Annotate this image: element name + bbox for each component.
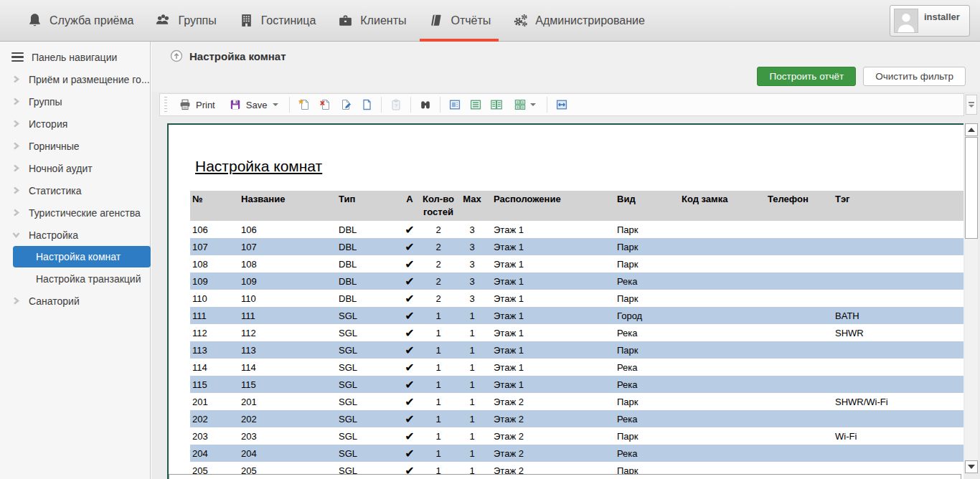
multi-page-view-icon [514, 98, 527, 111]
table-cell: 204 [190, 445, 239, 462]
nav-item-label: Клиенты [360, 14, 406, 27]
table-cell [675, 290, 761, 307]
active-check-cell: ✔ [400, 255, 420, 272]
sidebar-item-label: Статистика [29, 185, 82, 196]
report-title: Настройка комнат [195, 158, 963, 175]
vertical-scrollbar [965, 123, 978, 473]
table-cell: 2 [420, 290, 457, 307]
sidebar-item-reception[interactable]: Приём и размещение го... [0, 68, 150, 90]
sidebar-item-navigation-panel[interactable]: Панель навигации [0, 46, 150, 68]
active-check-cell: ✔ [400, 238, 420, 255]
triangle-down-icon [968, 465, 975, 469]
nav-item-front-desk[interactable]: Служба приёма [16, 0, 144, 41]
table-cell: SHWR/Wi-Fi [829, 393, 963, 410]
page-title: Настройка комнат [189, 50, 286, 62]
print-button[interactable]: Print [174, 96, 220, 113]
printer-icon [179, 98, 192, 111]
table-cell: 1 [457, 307, 487, 324]
report-toolbar: Print Save [159, 93, 964, 116]
sidebar-item-settings[interactable]: Настройка [0, 224, 150, 246]
chevron-right-icon [11, 119, 21, 128]
horizontal-scrollbar[interactable] [169, 474, 961, 479]
page-setup-button[interactable] [358, 96, 375, 113]
sidebar-item-history[interactable]: История [0, 113, 150, 135]
scroll-up-button[interactable] [965, 123, 978, 136]
nav-item-reports[interactable]: Отчёты [417, 0, 501, 41]
sidebar-item-sanatorium[interactable]: Санаторий [0, 290, 150, 312]
table-cell: 106 [190, 221, 239, 238]
users-icon [155, 12, 171, 29]
table-cell: 115 [239, 376, 336, 393]
table-cell: 112 [239, 324, 336, 341]
sidebar-item-label: История [29, 118, 67, 130]
table-cell: 106 [239, 221, 336, 238]
table-cell: 1 [457, 376, 487, 393]
active-check-cell: ✔ [400, 445, 420, 462]
col-header-tag: Тэг [829, 191, 963, 221]
user-name: installer [924, 11, 960, 22]
two-page-view-button[interactable] [488, 96, 505, 113]
table-cell [675, 238, 761, 255]
table-cell [761, 359, 829, 376]
nav-item-hotel[interactable]: Гостиница [227, 0, 327, 41]
toolbar-overflow-button[interactable] [966, 95, 977, 115]
table-row: 109109DBL✔23Этаж 1Река [190, 272, 963, 290]
user-menu[interactable]: installer [890, 5, 970, 37]
table-row: 106106DBL✔23Этаж 1Парк [190, 221, 963, 238]
sidebar-item-transaction-settings[interactable]: Настройка транзакций [0, 267, 150, 290]
single-page-view-button[interactable] [446, 96, 463, 113]
clear-filter-button[interactable]: Очистить фильтр [863, 67, 966, 86]
table-cell: 1 [420, 359, 457, 376]
table-row: 204204SGL✔11Этаж 2Река [190, 445, 963, 462]
sidebar-item-groups[interactable]: Группы [0, 90, 150, 113]
report-table-body: 106106DBL✔23Этаж 1Парк107107DBL✔23Этаж 1… [190, 221, 963, 479]
continuous-view-button[interactable] [467, 96, 484, 113]
find-button[interactable] [417, 96, 434, 113]
table-row: 113113SGL✔11Этаж 1Парк [190, 341, 963, 359]
table-cell: SGL [336, 324, 400, 341]
nav-item-clients[interactable]: Клиенты [326, 0, 417, 41]
sidebar-item-room-settings[interactable]: Настройка комнат [13, 246, 151, 267]
col-header-max: Max [457, 191, 487, 221]
add-page-button[interactable] [296, 96, 313, 113]
table-cell: DBL [336, 255, 400, 272]
nav-item-label: Группы [178, 14, 216, 27]
table-cell: Этаж 1 [487, 307, 611, 324]
chevron-right-icon [11, 296, 21, 305]
fit-width-button[interactable] [553, 96, 570, 113]
table-cell: 109 [190, 272, 239, 290]
table-cell: 112 [190, 324, 239, 341]
gears-icon [512, 12, 529, 29]
collapse-panel-button[interactable] [170, 49, 183, 62]
nav-item-administration[interactable]: Администрирование [501, 0, 656, 41]
sidebar-item-night-audit[interactable]: Ночной аудит [0, 157, 150, 179]
table-cell: 3 [457, 255, 487, 272]
nav-item-label: Администрирование [535, 14, 645, 27]
table-cell: SGL [336, 376, 400, 393]
sidebar-item-housekeeping[interactable]: Горничные [0, 135, 150, 157]
table-cell: Город [611, 307, 675, 324]
table-cell: Этаж 1 [487, 341, 611, 359]
nav-item-groups[interactable]: Группы [144, 0, 227, 41]
table-cell: 1 [420, 445, 457, 462]
multi-page-view-button[interactable] [509, 96, 541, 113]
table-cell: 2 [420, 221, 457, 238]
chevron-right-icon [11, 186, 21, 195]
sidebar-item-statistics[interactable]: Статистика [0, 179, 150, 201]
delete-page-button[interactable] [316, 96, 334, 113]
table-cell [761, 445, 829, 462]
table-cell: DBL [336, 221, 400, 238]
copy-page-button[interactable]: ? [387, 96, 405, 113]
build-report-button[interactable]: Построить отчёт [757, 67, 856, 86]
table-cell: 1 [420, 393, 457, 410]
edit-page-button[interactable] [337, 96, 354, 113]
table-row: 108108DBL✔23Этаж 1Парк [190, 255, 963, 272]
table-cell: 1 [457, 410, 487, 427]
sidebar-item-travel-agencies[interactable]: Туристические агенства [0, 201, 150, 224]
toolbar-drag-handle[interactable] [164, 97, 167, 113]
table-cell [829, 272, 963, 290]
save-button[interactable]: Save [224, 96, 284, 113]
scrollbar-thumb[interactable] [965, 137, 978, 239]
table-cell: 3 [457, 238, 487, 255]
scroll-down-button[interactable] [965, 460, 978, 473]
